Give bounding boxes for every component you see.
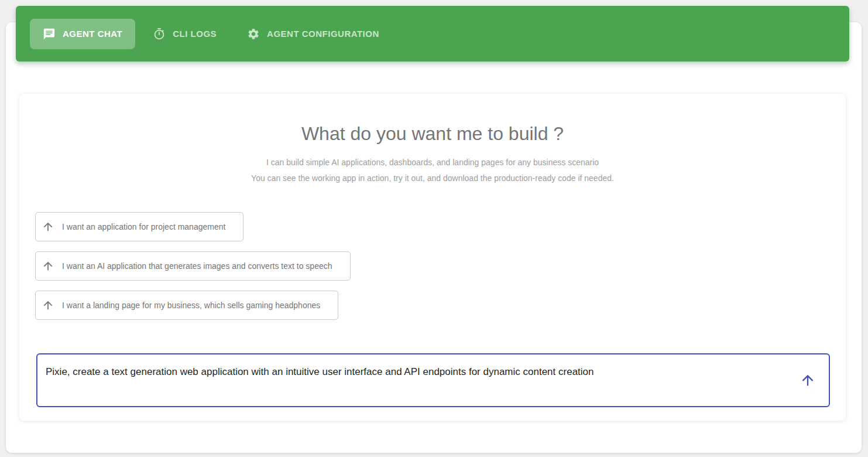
tab-agent-chat[interactable]: AGENT CHAT xyxy=(30,19,135,49)
top-nav: AGENT CHAT CLI LOGS AGENT CONFIGURATION xyxy=(16,6,849,62)
tab-label: CLI LOGS xyxy=(173,29,217,39)
tab-cli-logs[interactable]: CLI LOGS xyxy=(140,19,229,49)
suggestion-label: I want an application for project manage… xyxy=(62,222,225,231)
arrow-up-icon xyxy=(800,372,816,388)
subtitle-line-1: I can build simple AI applications, dash… xyxy=(19,155,846,170)
suggestion-ai-image-tts[interactable]: I want an AI application that generates … xyxy=(35,251,351,281)
gear-icon xyxy=(247,28,260,40)
suggestion-label: I want an AI application that generates … xyxy=(62,261,332,271)
subtitle-line-2: You can see the working app in action, t… xyxy=(19,170,846,186)
tab-label: AGENT CHAT xyxy=(63,29,122,39)
prompt-box: Pixie, create a text generation web appl… xyxy=(36,353,830,407)
chat-icon xyxy=(43,28,56,40)
timer-icon xyxy=(153,28,166,40)
tab-label: AGENT CONFIGURATION xyxy=(267,29,379,39)
send-button[interactable] xyxy=(787,354,829,406)
tab-agent-configuration[interactable]: AGENT CONFIGURATION xyxy=(234,19,392,49)
arrow-up-icon xyxy=(42,220,54,233)
arrow-up-icon xyxy=(42,299,54,312)
page-subtitle: I can build simple AI applications, dash… xyxy=(19,155,846,186)
chat-panel: What do you want me to build ? I can bui… xyxy=(19,94,846,421)
suggestion-list: I want an application for project manage… xyxy=(35,212,846,320)
page-title: What do you want me to build ? xyxy=(19,122,846,145)
suggestion-landing-page[interactable]: I want a landing page for my business, w… xyxy=(35,291,338,320)
suggestion-project-management[interactable]: I want an application for project manage… xyxy=(35,212,243,241)
suggestion-label: I want a landing page for my business, w… xyxy=(62,301,320,310)
prompt-input[interactable]: Pixie, create a text generation web appl… xyxy=(37,354,787,406)
arrow-up-icon xyxy=(42,260,54,272)
